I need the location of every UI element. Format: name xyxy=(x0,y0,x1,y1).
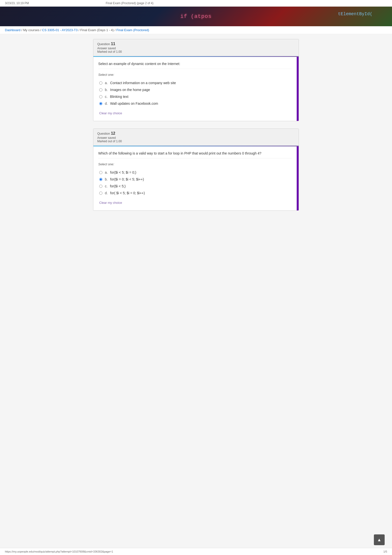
question-12-letter-d: d. xyxy=(105,191,108,195)
question-12-option-a-text: for($i < 5; $i = 0;) xyxy=(110,170,136,174)
question-12-marks: Marked out of 1.00 xyxy=(97,140,295,143)
question-12-select-label: Select one: xyxy=(98,162,292,166)
question-12-body: Which of the following is a valid way to… xyxy=(93,146,297,210)
question-11-radio-b[interactable] xyxy=(99,88,102,91)
question-12-letter-c: c. xyxy=(105,184,108,188)
question-12-block: Question 12 Answer saved Marked out of 1… xyxy=(93,129,299,211)
question-11-option-d-text: Wall updates on Facebook.com xyxy=(110,102,158,105)
question-12-accent xyxy=(297,146,299,210)
question-11-option-a[interactable]: a. Contact information on a company web … xyxy=(98,79,292,86)
question-11-label-b[interactable]: b. Images on the home page xyxy=(105,88,150,92)
question-12-content: Which of the following is a valid way to… xyxy=(93,146,299,210)
question-12-main: Which of the following is a valid way to… xyxy=(93,146,297,210)
top-bar: 3/23/23, 10:19 PM Final Exam (Proctored)… xyxy=(0,0,392,7)
breadcrumb-exam[interactable]: Final Exam (Proctored) xyxy=(116,28,149,32)
question-11-content: Select an example of dynamic content on … xyxy=(93,57,299,121)
breadcrumb-sep1: / My courses / xyxy=(21,28,42,32)
breadcrumb-sep2: / Final Exam (Days 1 - 4) / xyxy=(78,28,116,32)
question-11-label-c[interactable]: c. Blinking text xyxy=(105,95,128,99)
question-11-clear-choice[interactable]: Clear my choice xyxy=(99,109,122,118)
question-11-option-d[interactable]: d. Wall updates on Facebook.com xyxy=(98,100,292,107)
question-11-label-d[interactable]: d. Wall updates on Facebook.com xyxy=(105,102,158,105)
question-11-radio-d[interactable] xyxy=(99,102,102,105)
question-12-radio-d[interactable] xyxy=(99,192,102,195)
question-11-label-a[interactable]: a. Contact information on a company web … xyxy=(105,81,176,85)
question-12-option-d-text: for( $i < 5; $i = 0; $i++) xyxy=(110,191,145,195)
content-area: Question 11 Answer saved Marked out of 1… xyxy=(91,34,301,238)
question-11-letter-c: c. xyxy=(105,95,108,99)
question-11-body: Select an example of dynamic content on … xyxy=(93,57,297,121)
header-banner: if (atpos tElementById( xyxy=(0,7,392,26)
question-11-status: Answer saved xyxy=(97,47,295,50)
question-11-main: Select an example of dynamic content on … xyxy=(93,57,297,121)
question-12-option-c-text: for($i < 5;) xyxy=(110,184,126,188)
question-11-radio-c[interactable] xyxy=(99,95,102,98)
question-11-options: a. Contact information on a company web … xyxy=(98,79,292,107)
question-12-radio-c[interactable] xyxy=(99,185,102,188)
question-11-option-c-text: Blinking text xyxy=(110,95,128,99)
question-11-radio-a[interactable] xyxy=(99,81,102,85)
question-12-option-a[interactable]: a. for($i < 5; $i = 0;) xyxy=(98,169,292,176)
breadcrumb-course[interactable]: CS 3305-01 - AY2023-T3 xyxy=(42,28,78,32)
question-11-number: Question 11 xyxy=(97,42,295,46)
question-12-number: Question 12 xyxy=(97,131,295,136)
banner-code-text: if (atpos xyxy=(180,13,212,20)
question-11-text: Select an example of dynamic content on … xyxy=(98,62,292,69)
question-12-option-d[interactable]: d. for( $i < 5; $i = 0; $i++) xyxy=(98,190,292,196)
question-12-options: a. for($i < 5; $i = 0;) b. for($i = 0; $… xyxy=(98,169,292,196)
question-12-label-a[interactable]: a. for($i < 5; $i = 0;) xyxy=(105,170,136,174)
question-11-option-a-text: Contact information on a company web sit… xyxy=(110,81,176,85)
page-title-top: Final Exam (Proctored) (page 2 of 4) xyxy=(106,1,153,5)
question-12-radio-b[interactable] xyxy=(99,178,102,181)
question-11-option-b[interactable]: b. Images on the home page xyxy=(98,86,292,93)
question-12-radio-a[interactable] xyxy=(99,171,102,174)
question-11-accent xyxy=(297,57,299,121)
question-11-letter-a: a. xyxy=(105,81,108,85)
question-12-status: Answer saved xyxy=(97,136,295,140)
question-12-label-c[interactable]: c. for($i < 5;) xyxy=(105,184,126,188)
question-12-text: Which of the following is a valid way to… xyxy=(98,151,292,158)
question-12-option-b-text: for($i = 0; $i < 5; $i++) xyxy=(110,177,144,181)
breadcrumb-dashboard[interactable]: Dashboard xyxy=(5,28,21,32)
question-11-letter-d: d. xyxy=(105,102,108,105)
question-11-option-c[interactable]: c. Blinking text xyxy=(98,93,292,100)
banner-code-text2: tElementById( xyxy=(338,12,372,16)
question-11-letter-b: b. xyxy=(105,88,108,92)
question-12-letter-b: b. xyxy=(105,177,108,181)
question-12-label-d[interactable]: d. for( $i < 5; $i = 0; $i++) xyxy=(105,191,145,195)
question-11-block: Question 11 Answer saved Marked out of 1… xyxy=(93,39,299,121)
question-12-clear-choice[interactable]: Clear my choice xyxy=(99,199,122,208)
question-12-letter-a: a. xyxy=(105,170,108,174)
question-11-marks: Marked out of 1.00 xyxy=(97,50,295,53)
breadcrumb: Dashboard / My courses / CS 3305-01 - AY… xyxy=(0,26,392,34)
question-11-header: Question 11 Answer saved Marked out of 1… xyxy=(93,39,299,56)
question-12-option-b[interactable]: b. for($i = 0; $i < 5; $i++) xyxy=(98,176,292,183)
datetime: 3/23/23, 10:19 PM xyxy=(5,1,29,5)
question-12-label-b[interactable]: b. for($i = 0; $i < 5; $i++) xyxy=(105,177,144,181)
question-11-option-b-text: Images on the home page xyxy=(110,88,150,92)
question-12-option-c[interactable]: c. for($i < 5;) xyxy=(98,183,292,190)
question-11-select-label: Select one: xyxy=(98,73,292,77)
question-12-header: Question 12 Answer saved Marked out of 1… xyxy=(93,129,299,146)
